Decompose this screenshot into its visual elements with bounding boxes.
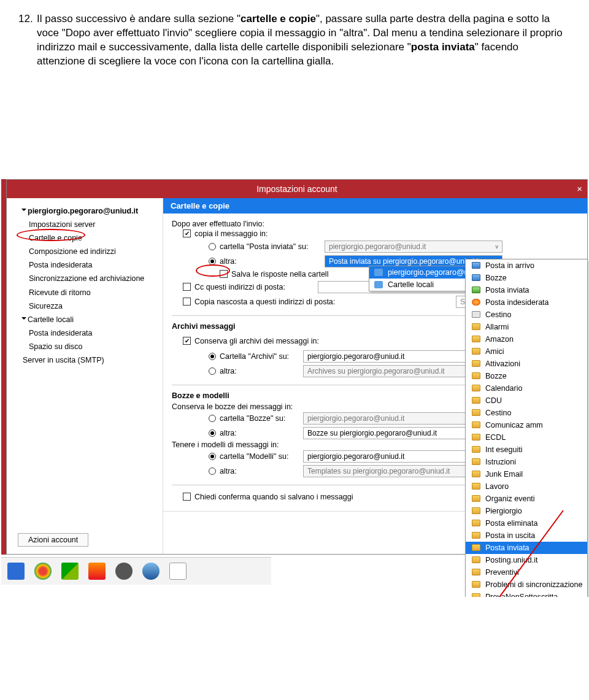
folder-menu-item[interactable]: Calendario — [466, 382, 587, 394]
drafts-select[interactable]: piergiorgio.pegoraro@uniud.itv — [303, 412, 481, 425]
office-icon[interactable] — [88, 563, 106, 580]
folder-menu-item[interactable]: Amici — [466, 345, 587, 358]
folder-icon — [472, 409, 480, 416]
templates-other-select[interactable]: Templates su piergiorgio.pegoraro@uniud.… — [303, 465, 481, 477]
folder-menu-item[interactable]: Posta eliminata — [466, 517, 587, 529]
cc-label: Cc questi indirizzi di posta: — [194, 283, 314, 291]
folder-menu-item[interactable]: Preventivi — [466, 566, 587, 579]
bcc-label: Copia nascosta a questi indirizzi di pos… — [194, 298, 335, 306]
archive-select[interactable]: piergiorgio.pegoraro@uniud.itv — [303, 350, 481, 363]
archive-radio[interactable] — [209, 353, 216, 360]
sidebar-item[interactable]: Posta indesiderata — [12, 326, 158, 340]
keep-archive-checkbox[interactable]: ✔ — [183, 337, 191, 345]
app-icon[interactable] — [169, 563, 187, 580]
folder-menu-item[interactable]: Allarmi — [466, 321, 587, 333]
folder-menu-item[interactable]: Problemi di sincronizzazione — [466, 579, 587, 591]
folder-menu-item[interactable]: Posta indesiderata — [466, 296, 587, 309]
sidebar-item[interactable]: Impostazioni server — [12, 218, 158, 231]
sidebar-item-cartelle[interactable]: Cartelle e copie — [12, 231, 158, 245]
folder-menu-item[interactable]: Organiz eventi — [466, 493, 587, 505]
folder-icon — [472, 360, 480, 367]
folder-submenu: Posta in arrivoBozzePosta inviataPosta i… — [465, 259, 588, 597]
sidebar-item[interactable]: Composizione ed indirizzi — [12, 245, 158, 258]
folder-icon — [472, 421, 480, 428]
smtp-item[interactable]: Server in uscita (SMTP) — [12, 353, 158, 367]
sidebar-item[interactable]: Sicurezza — [12, 299, 158, 313]
folder-icon — [472, 311, 480, 318]
titlebar: Impostazioni account × — [7, 180, 587, 198]
step-number: 12. — [18, 12, 33, 26]
sidebar-item[interactable]: Posta indesiderata — [12, 258, 158, 272]
local-icon — [374, 281, 383, 288]
close-icon[interactable]: × — [577, 183, 582, 194]
folder-icon — [472, 397, 480, 404]
drafts-other-radio[interactable] — [209, 429, 216, 437]
sidebar-item[interactable]: Sincronizzazione ed archiviazione — [12, 272, 158, 285]
local-folders-node[interactable]: Cartelle locali — [12, 313, 158, 326]
save-replies-checkbox[interactable] — [220, 270, 228, 278]
folder-icon — [472, 569, 480, 575]
account-node[interactable]: piergiorgio.pegoraro@uniud.it — [12, 204, 158, 218]
copy-checkbox[interactable]: ✔ — [183, 229, 191, 237]
folder-menu-item[interactable]: CDU — [466, 394, 587, 407]
lock-icon[interactable] — [115, 563, 133, 580]
folder-menu-item[interactable]: Bozze — [466, 272, 587, 284]
folder-icon — [472, 556, 480, 563]
mail-icon — [374, 269, 383, 276]
folder-menu-item[interactable]: Attivazioni — [466, 358, 587, 370]
folder-label: Organiz eventi — [485, 494, 535, 503]
folder-label: Posta eliminata — [485, 519, 537, 528]
instr-bold: posta inviata — [411, 41, 475, 53]
folder-menu-item[interactable]: Bozze — [466, 370, 587, 382]
folder-menu-item[interactable]: Piergiorgio — [466, 505, 587, 517]
templates-radio[interactable] — [209, 453, 216, 460]
folder-menu-item[interactable]: Comunicaz amm — [466, 419, 587, 431]
drafts-other-select[interactable]: Bozze su piergiorgio.pegoraro@uniud.itv — [303, 427, 481, 439]
screenshot: Impostazioni account × piergiorgio.pegor… — [1, 179, 588, 585]
templates-other-radio[interactable] — [209, 467, 216, 475]
folder-menu-item[interactable]: Istruzioni — [466, 456, 587, 468]
folder-label: Allarmi — [485, 323, 509, 331]
folder-label: Piergiorgio — [485, 507, 522, 515]
templates-select[interactable]: piergiorgio.pegoraro@uniud.itv — [303, 450, 481, 463]
save-replies-label: Salva le risposte nella cartell — [231, 270, 328, 279]
folder-menu-item[interactable]: Posta inviata — [466, 284, 587, 296]
folder-label: Junk Email — [485, 470, 523, 479]
sent-radio[interactable] — [209, 243, 216, 250]
lync-icon[interactable] — [7, 563, 25, 580]
folder-menu-item[interactable]: Int eseguiti — [466, 444, 587, 456]
folder-label: Bozze — [485, 372, 507, 380]
account-actions-button[interactable]: Azioni account — [18, 533, 88, 547]
folder-label: Attivazioni — [485, 360, 520, 368]
other-radio[interactable] — [209, 258, 216, 265]
cc-checkbox[interactable] — [183, 283, 191, 291]
folder-menu-item[interactable]: Lavoro — [466, 480, 587, 493]
confirm-checkbox[interactable] — [183, 493, 191, 501]
sidebar-item[interactable]: Ricevute di ritorno — [12, 286, 158, 299]
drafts-radio[interactable] — [209, 415, 216, 422]
other-label: altra: — [220, 257, 321, 266]
folder-menu-item[interactable]: ECDL — [466, 431, 587, 444]
thunderbird-icon[interactable] — [142, 563, 160, 580]
folder-menu-item[interactable]: ProvaNonSottoscritta — [466, 591, 587, 597]
archive-other-radio[interactable] — [209, 367, 216, 375]
folder-menu-item[interactable]: Junk Email — [466, 468, 587, 480]
chrome-icon[interactable] — [34, 563, 52, 580]
keep-archive-label: Conserva gli archivi dei messaggi in: — [194, 337, 319, 345]
folder-menu-item[interactable]: Posta in arrivo — [466, 260, 587, 272]
folder-label: Int eseguiti — [485, 445, 522, 454]
instr-part: Il passo successivo è andare sulla sezio… — [37, 13, 241, 25]
folder-label: Calendario — [485, 384, 522, 393]
bcc-checkbox[interactable] — [183, 298, 191, 306]
folder-menu-item[interactable]: Posta inviata — [466, 542, 587, 554]
sent-select[interactable]: piergiorgio.pegoraro@uniud.itv — [325, 240, 502, 253]
folder-menu-item[interactable]: Posting.uniud.it — [466, 554, 587, 566]
folder-menu-item[interactable]: Cestino — [466, 407, 587, 419]
folder-menu-item[interactable]: Amazon — [466, 333, 587, 345]
confirm-label: Chiedi conferma quando si salvano i mess… — [194, 493, 353, 501]
sidebar-item[interactable]: Spazio su disco — [12, 340, 158, 353]
folder-menu-item[interactable]: Cestino — [466, 309, 587, 321]
store-icon[interactable] — [61, 563, 79, 580]
folder-menu-item[interactable]: Posta in uscita — [466, 529, 587, 542]
archive-other-select[interactable]: Archives su piergiorgio.pegoraro@uniud.i… — [303, 365, 481, 377]
